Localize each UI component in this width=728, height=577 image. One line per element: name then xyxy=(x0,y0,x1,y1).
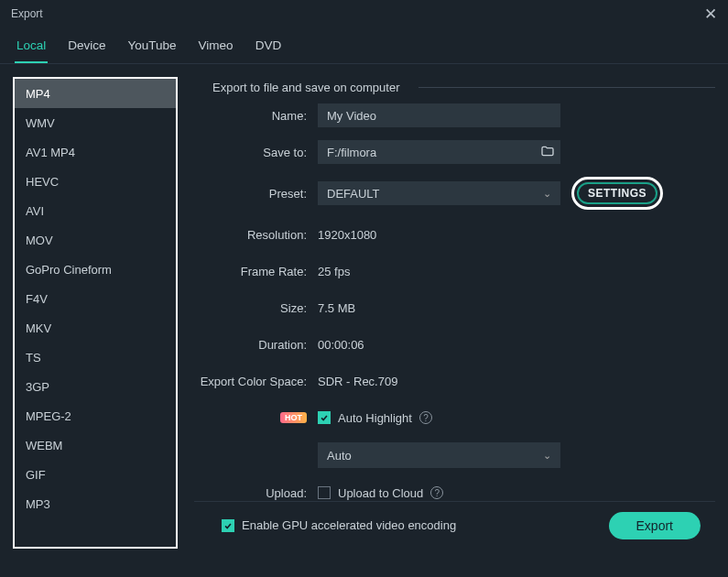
format-item-mpeg-2[interactable]: MPEG-2 xyxy=(15,401,176,430)
size-label: Size: xyxy=(194,301,318,315)
auto-highlight-select[interactable]: Auto ⌄ xyxy=(318,442,560,468)
format-item-avi[interactable]: AVI xyxy=(15,196,176,225)
section-heading: Export to file and save on computer xyxy=(212,81,400,94)
resolution-label: Resolution: xyxy=(194,228,318,242)
name-label: Name: xyxy=(194,109,318,123)
auto-highlight-label: Auto Highlight xyxy=(338,411,412,425)
format-item-gif[interactable]: GIF xyxy=(15,460,176,489)
upload-checkbox[interactable] xyxy=(318,486,331,499)
export-button[interactable]: Export xyxy=(609,512,701,539)
colorspace-label: Export Color Space: xyxy=(194,375,318,388)
size-value: 7.5 MB xyxy=(318,301,355,315)
tab-vimeo[interactable]: Vimeo xyxy=(197,35,235,63)
preset-select[interactable]: DEFAULT ⌄ xyxy=(318,181,560,205)
upload-label: Upload: xyxy=(194,486,318,500)
preset-label: Preset: xyxy=(194,187,318,201)
format-item-hevc[interactable]: HEVC xyxy=(15,167,176,196)
format-item-av1-mp4[interactable]: AV1 MP4 xyxy=(15,137,176,167)
tab-device[interactable]: Device xyxy=(66,35,107,63)
format-item-mov[interactable]: MOV xyxy=(15,225,176,255)
format-item-f4v[interactable]: F4V xyxy=(15,284,176,313)
format-item-webm[interactable]: WEBM xyxy=(15,430,176,460)
format-item-gopro-cineform[interactable]: GoPro Cineform xyxy=(15,255,176,284)
framerate-value: 25 fps xyxy=(318,265,350,278)
framerate-label: Frame Rate: xyxy=(194,265,318,278)
format-item-3gp[interactable]: 3GP xyxy=(15,372,176,401)
hot-badge: HOT xyxy=(280,412,307,423)
window-title: Export xyxy=(11,7,43,20)
format-item-ts[interactable]: TS xyxy=(15,343,176,372)
chevron-down-icon: ⌄ xyxy=(543,188,551,200)
format-item-wmv[interactable]: WMV xyxy=(15,108,176,137)
preset-value: DEFAULT xyxy=(327,187,380,201)
auto-highlight-value: Auto xyxy=(327,449,352,463)
tab-local[interactable]: Local xyxy=(15,35,48,63)
format-item-mp3[interactable]: MP3 xyxy=(15,489,176,518)
auto-highlight-checkbox[interactable] xyxy=(318,411,331,424)
close-icon[interactable]: ✕ xyxy=(704,5,717,24)
folder-icon[interactable] xyxy=(540,144,555,161)
duration-value: 00:00:06 xyxy=(318,338,364,352)
upload-checkbox-label: Upload to Cloud xyxy=(338,486,423,500)
gpu-checkbox[interactable] xyxy=(222,519,234,532)
settings-button[interactable]: SETTINGS xyxy=(577,182,657,204)
colorspace-value: SDR - Rec.709 xyxy=(318,375,397,388)
gpu-label: Enable GPU accelerated video encoding xyxy=(242,518,456,532)
save-to-input[interactable] xyxy=(318,140,560,164)
format-list: MP4WMVAV1 MP4HEVCAVIMOVGoPro CineformF4V… xyxy=(13,77,178,549)
tab-dvd[interactable]: DVD xyxy=(254,35,284,63)
duration-label: Duration: xyxy=(194,338,318,352)
chevron-down-icon: ⌄ xyxy=(543,450,551,462)
format-item-mkv[interactable]: MKV xyxy=(15,313,176,343)
info-icon[interactable]: ? xyxy=(430,486,443,499)
info-icon[interactable]: ? xyxy=(419,411,432,424)
save-to-label: Save to: xyxy=(194,146,318,159)
resolution-value: 1920x1080 xyxy=(318,228,376,242)
tab-youtube[interactable]: YouTube xyxy=(126,35,179,63)
format-item-mp4[interactable]: MP4 xyxy=(15,79,176,108)
name-input[interactable] xyxy=(318,103,560,127)
